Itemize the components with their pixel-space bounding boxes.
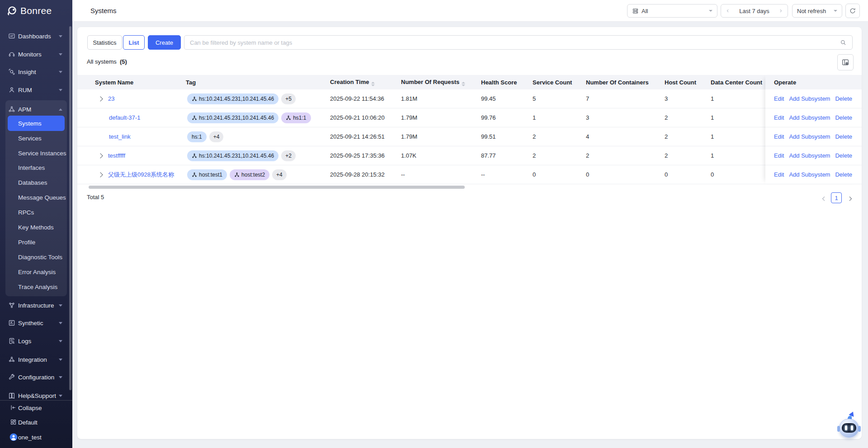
statistics-button[interactable]: Statistics (87, 35, 122, 50)
sidebar-item-logs[interactable]: Logs (0, 333, 72, 349)
more-tags-pill[interactable]: +4 (209, 131, 224, 142)
more-tags-pill[interactable]: +4 (272, 169, 287, 180)
sidebar-item-monitors[interactable]: Monitors (0, 46, 72, 62)
sidebar-item-synthetic[interactable]: Synthetic (0, 315, 72, 331)
container-count-cell: 3 (586, 114, 665, 121)
sidebar-subitem-key-methods[interactable]: Key Methods (5, 220, 67, 234)
sidebar: Bonree Dashboards Monitors Insight RUM A… (0, 0, 72, 448)
sidebar-item-dashboards[interactable]: Dashboards (0, 28, 72, 44)
add-subsystem-link[interactable]: Add Subsystem (789, 114, 830, 121)
time-range-picker[interactable]: Last 7 days (721, 4, 788, 18)
edit-link[interactable]: Edit (774, 114, 784, 121)
sidebar-subitem-service-instances[interactable]: Service Instances (5, 146, 67, 160)
time-prev-icon[interactable] (726, 9, 730, 13)
requests-cell: 1.79M (401, 133, 481, 140)
horizontal-scrollbar[interactable] (89, 186, 465, 189)
col-health-score: Health Score (481, 79, 533, 86)
chevron-down-icon (59, 53, 62, 56)
tag-pill: host:test1 (187, 169, 227, 180)
sidebar-workspace-default[interactable]: Default (0, 414, 72, 430)
edit-link[interactable]: Edit (774, 171, 784, 178)
sidebar-item-apm[interactable]: APM (0, 101, 72, 117)
delete-link[interactable]: Delete (835, 152, 852, 159)
delete-link[interactable]: Delete (835, 114, 852, 121)
sidebar-subitem-message-queues[interactable]: Message Queues (5, 191, 67, 204)
add-subsystem-link[interactable]: Add Subsystem (789, 133, 830, 140)
sidebar-subitem-error-analysis[interactable]: Error Analysis (5, 265, 67, 279)
requests-cell: 1.07K (401, 152, 481, 159)
time-next-icon[interactable] (778, 9, 783, 13)
sidebar-item-insight[interactable]: Insight (0, 64, 72, 80)
sidebar-item-infrastructure[interactable]: Infrastructure (0, 297, 72, 313)
chevron-down-icon (59, 395, 62, 397)
sidebar-subitem-rpcs[interactable]: RPCs (5, 205, 67, 219)
system-name-link[interactable]: default-37-1 (109, 114, 140, 121)
sidebar-subitem-label: Trace Analysis (18, 284, 57, 290)
robot-eye (845, 425, 847, 430)
delete-link[interactable]: Delete (835, 95, 852, 102)
delete-link[interactable]: Delete (835, 133, 852, 140)
sidebar-item-rum[interactable]: RUM (0, 82, 72, 98)
app-scope-select[interactable]: All (627, 4, 717, 18)
expand-row-icon[interactable] (98, 96, 103, 101)
add-subsystem-link[interactable]: Add Subsystem (789, 171, 830, 178)
search-icon[interactable] (840, 39, 847, 46)
sidebar-subitem-interfaces[interactable]: Interfaces (5, 161, 67, 174)
edit-link[interactable]: Edit (774, 95, 784, 102)
sidebar-subitem-systems[interactable]: Systems (8, 116, 65, 131)
container-count-cell: 4 (586, 133, 665, 140)
sidebar-subitem-databases[interactable]: Databases (5, 176, 67, 189)
system-name-link[interactable]: testfffff (108, 152, 125, 159)
sidebar-scrollbar[interactable] (69, 26, 71, 390)
sidebar-item-integration[interactable]: Integration (0, 351, 72, 368)
sidebar-subitem-label: Systems (18, 120, 42, 127)
sidebar-subitem-diagnostic-tools[interactable]: Diagnostic Tools (5, 250, 67, 264)
sidebar-subitem-trace-analysis[interactable]: Trace Analysis (5, 280, 67, 294)
assistant-robot-button[interactable] (838, 415, 861, 439)
sidebar-subitem-label: RPCs (18, 209, 34, 216)
edit-link[interactable]: Edit (774, 152, 784, 159)
col-service-count: Service Count (533, 79, 586, 86)
sidebar-user-account[interactable]: one_test (0, 429, 72, 445)
add-subsystem-link[interactable]: Add Subsystem (789, 95, 830, 102)
data-center-count-cell: 1 (711, 152, 765, 159)
create-button[interactable]: Create (148, 35, 181, 50)
more-tags-pill[interactable]: +2 (281, 150, 296, 161)
sort-control[interactable] (371, 82, 375, 86)
creation-time-cell: 2025-09-25 17:35:36 (330, 152, 401, 159)
search-input[interactable] (190, 39, 840, 46)
rum-icon (8, 86, 15, 93)
sidebar-subitem-services[interactable]: Services (5, 131, 67, 145)
sort-control[interactable] (462, 82, 465, 86)
add-subsystem-link[interactable]: Add Subsystem (789, 152, 830, 159)
creation-time-cell: 2025-09-21 10:06:20 (330, 114, 401, 121)
col-operate: Operate (765, 75, 862, 89)
user-avatar (9, 433, 18, 442)
sidebar-subitem-label: Service Instances (18, 150, 66, 157)
column-settings-button[interactable] (837, 54, 854, 70)
brand-logo[interactable]: Bonree (6, 5, 52, 17)
systems-count-summary: All systems (5) (87, 58, 127, 65)
list-button[interactable]: List (123, 35, 145, 50)
expand-row-icon[interactable] (98, 153, 103, 158)
sidebar-subitem-profile[interactable]: Profile (5, 235, 67, 249)
more-tags-pill[interactable]: +5 (281, 93, 296, 104)
system-name-link[interactable]: 23 (108, 95, 114, 102)
sidebar-collapse-button[interactable]: Collapse (0, 400, 72, 416)
operate-cell: Edit Add Subsystem Delete (765, 89, 862, 108)
sidebar-item-label: Logs (18, 338, 31, 345)
refresh-mode-select[interactable]: Not refresh (792, 4, 842, 18)
refresh-button[interactable] (845, 4, 860, 18)
table-row: 23 hs:10.241.45.231,10.241.45.46 +5 2025… (77, 89, 862, 108)
pagination-next-icon[interactable] (847, 195, 854, 202)
sidebar-subitem-label: Services (18, 135, 42, 142)
pagination-page-1[interactable]: 1 (831, 192, 842, 203)
system-name-link[interactable]: 父级无上级0928系统名称 (108, 171, 174, 179)
delete-link[interactable]: Delete (835, 171, 852, 178)
edit-link[interactable]: Edit (774, 133, 784, 140)
expand-row-icon[interactable] (98, 172, 103, 177)
pagination-prev-icon[interactable] (820, 195, 827, 202)
system-name-link[interactable]: test_link (109, 133, 131, 140)
sidebar-subitem-label: Interfaces (18, 164, 45, 171)
sidebar-item-configuration[interactable]: Configuration (0, 369, 72, 385)
